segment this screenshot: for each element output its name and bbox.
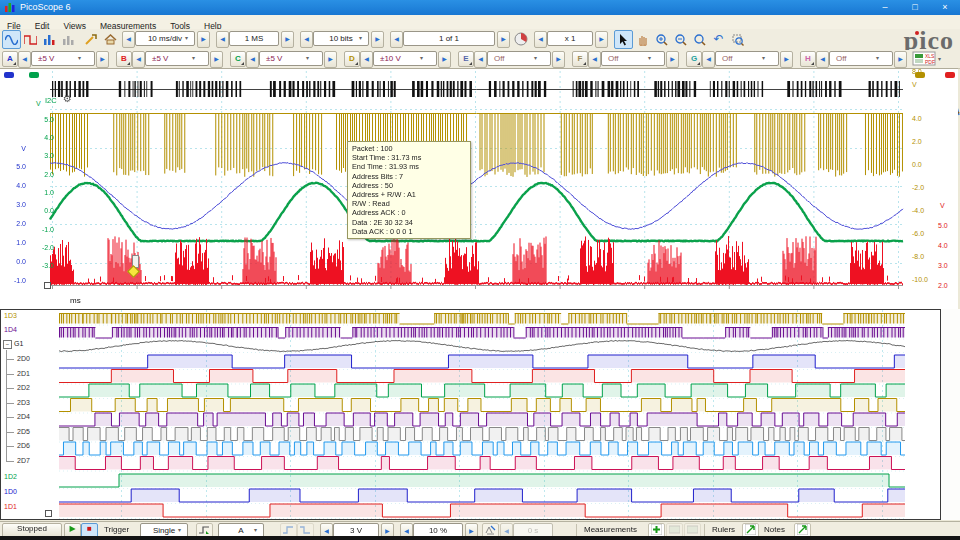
pan-tool-button[interactable] [633, 30, 652, 49]
samples-input[interactable]: 1 MS [229, 31, 279, 46]
spectrum-view-button[interactable] [40, 30, 59, 49]
zoom-factor-value[interactable]: x 1 [547, 31, 593, 46]
delete-icon [687, 524, 698, 535]
digital-label-2d5[interactable]: 2D5 [17, 428, 30, 436]
resolution-next-button[interactable]: ▶ [371, 31, 384, 48]
buffer-page-value[interactable]: 1 of 1 [403, 31, 495, 46]
channel-range-select[interactable]: Off [601, 51, 665, 66]
olive-axis-tick: -10.0 [912, 276, 938, 283]
channel-e-button[interactable]: E [458, 51, 474, 67]
digital-label-1d3[interactable]: 1D3 [4, 312, 17, 320]
zoom-full-tool-button[interactable] [690, 30, 709, 49]
channel-range-next-button[interactable]: ▶ [210, 51, 223, 68]
digital-label-2d6[interactable]: 2D6 [17, 442, 30, 450]
channel-d-button[interactable]: D [344, 51, 360, 67]
persistence-view-button[interactable] [21, 30, 40, 49]
zoom-next-button[interactable]: ▶ [595, 31, 608, 48]
zoom-out-tool-button[interactable] [671, 30, 690, 49]
timing-icon [485, 525, 496, 535]
resolution-control: ◀ 10 bits ▾ ▶ [300, 31, 382, 46]
samples-prev-button[interactable]: ◀ [216, 31, 229, 48]
select-tool-button[interactable] [614, 30, 633, 49]
channel-range-select[interactable]: Off [487, 51, 551, 66]
channel-c-chip[interactable] [29, 72, 39, 78]
digital-label-1d4[interactable]: 1D4 [4, 326, 17, 334]
channel-range-select[interactable]: ±5 V [259, 51, 323, 66]
digital-plot-area[interactable] [59, 310, 905, 519]
chevron-down-icon[interactable]: ▾ [938, 55, 941, 62]
measurements-label: Measurements [584, 525, 637, 534]
marquee-zoom-button[interactable] [728, 30, 747, 49]
channel-range-next-button[interactable]: ▶ [666, 51, 679, 68]
digital-label-2d1[interactable]: 2D1 [17, 370, 30, 378]
chevron-down-icon: ▾ [192, 54, 195, 61]
channel-range-next-button[interactable]: ▶ [552, 51, 565, 68]
digital-label-1d0[interactable]: 1D0 [4, 488, 17, 496]
zoom-factor-control: ◀ x 1 ▶ [534, 31, 606, 46]
channel-range-prev-button[interactable]: ◀ [360, 51, 373, 68]
channel-h-button[interactable]: H [800, 51, 816, 67]
home-button[interactable] [101, 30, 120, 49]
minimize-button[interactable]: – [870, 0, 900, 15]
digital-label-2d4[interactable]: 2D4 [17, 413, 30, 421]
digital-label-2d7[interactable]: 2D7 [17, 457, 30, 465]
channel-f-button[interactable]: F [572, 51, 588, 67]
channel-a-chip[interactable] [4, 72, 14, 78]
tooltip-line: Data ACK : 0 0 0 1 [352, 227, 466, 236]
maximize-button[interactable]: □ [900, 0, 930, 15]
timebase-next-button[interactable]: ▶ [197, 31, 210, 48]
channel-range-next-button[interactable]: ▶ [324, 51, 337, 68]
channel-a-button[interactable]: A [2, 51, 18, 67]
channel-range-prev-button[interactable]: ◀ [588, 51, 601, 68]
olive-axis-tick: -8.0 [912, 253, 938, 260]
buffer-prev-button[interactable]: ◀ [390, 31, 403, 48]
tree-expander-icon[interactable]: − [3, 340, 12, 349]
export-file-icon[interactable]: XLSPDF [912, 51, 936, 66]
gear-icon[interactable]: ⚙ [63, 95, 72, 102]
channel-range-select[interactable]: ±10 V [373, 51, 437, 66]
channel-range-next-button[interactable]: ▶ [780, 51, 793, 68]
scope-view-button[interactable] [2, 30, 21, 49]
digital-label-1d2[interactable]: 1D2 [4, 473, 17, 481]
channel-range-select[interactable]: Off [715, 51, 779, 66]
samples-next-button[interactable]: ▶ [281, 31, 294, 48]
zoom-full-icon [694, 34, 706, 46]
digital-label-2d3[interactable]: 2D3 [17, 399, 30, 407]
channel-c-button[interactable]: C [230, 51, 246, 67]
channel-range-prev-button[interactable]: ◀ [702, 51, 715, 68]
channel-range-next-button[interactable]: ▶ [894, 51, 907, 68]
channel-range-prev-button[interactable]: ◀ [18, 51, 31, 68]
channel-b-chip[interactable] [945, 72, 955, 78]
channel-range-prev-button[interactable]: ◀ [474, 51, 487, 68]
channel-range-select[interactable]: Off [829, 51, 893, 66]
splitter-handle-lower[interactable] [45, 510, 52, 517]
undo-zoom-button[interactable]: ↶ [709, 30, 728, 49]
channel-range-prev-button[interactable]: ◀ [246, 51, 259, 68]
tree-stub [6, 417, 14, 418]
xy-view-button[interactable] [59, 30, 78, 49]
splitter-handle-upper[interactable] [44, 282, 51, 289]
bars-disabled-icon [62, 35, 75, 45]
channel-range-prev-button[interactable]: ◀ [132, 51, 145, 68]
buffer-navigator-icon[interactable] [514, 32, 528, 46]
channel-range-next-button[interactable]: ▶ [96, 51, 109, 68]
channel-range-select[interactable]: ±5 V [145, 51, 209, 66]
buffer-next-button[interactable]: ▶ [497, 31, 510, 48]
channel-range-prev-button[interactable]: ◀ [816, 51, 829, 68]
channel-range-select[interactable]: ±5 V [31, 51, 95, 66]
zoom-in-tool-button[interactable] [652, 30, 671, 49]
digital-label-2d2[interactable]: 2D2 [17, 384, 30, 392]
channel-b-button[interactable]: B [116, 51, 132, 67]
timebase-prev-button[interactable]: ◀ [122, 31, 135, 48]
digital-label-2d0[interactable]: 2D0 [17, 355, 30, 363]
channel-range-next-button[interactable]: ▶ [438, 51, 451, 68]
resolution-prev-button[interactable]: ◀ [300, 31, 313, 48]
probe-button[interactable] [82, 30, 101, 49]
chevron-down-icon: ▾ [762, 54, 765, 61]
digital-label-g1[interactable]: G1 [14, 340, 23, 348]
scope-plot-area[interactable] [48, 71, 908, 289]
digital-label-1d1[interactable]: 1D1 [4, 503, 17, 511]
channel-g-button[interactable]: G [686, 51, 702, 67]
close-button[interactable]: × [930, 0, 960, 15]
zoom-prev-button[interactable]: ◀ [534, 31, 547, 48]
